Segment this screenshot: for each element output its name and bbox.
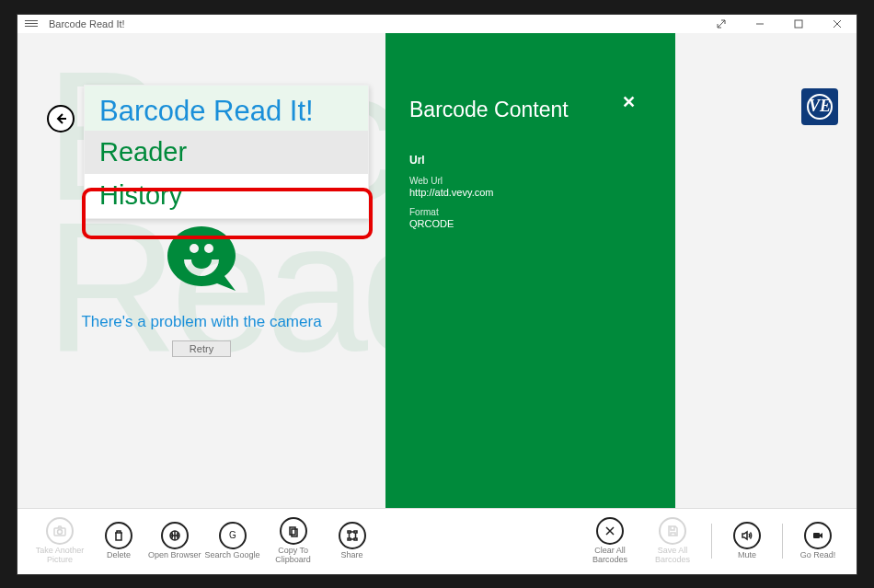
clear-all-label: Clear All Barcodes [581,547,639,565]
retry-button[interactable]: Retry [172,340,231,357]
mute-button[interactable]: Mute [721,522,773,560]
clipboard-icon [287,525,300,537]
window-controls [706,15,853,33]
dropdown-header: Barcode Read It! [85,86,368,131]
svg-rect-0 [795,20,802,28]
menu-item-reader[interactable]: Reader [85,131,368,175]
camera-icon [53,525,66,537]
toolbar-divider-2 [782,524,783,559]
expand-button[interactable] [706,15,737,33]
delete-label: Delete [107,551,131,560]
brand-logo: VE [801,88,838,125]
svg-rect-7 [813,533,820,538]
toolbar-divider [711,524,712,559]
camera-error-block: There's a problem with the camera Retry [17,217,385,357]
web-url-label: Web Url [409,176,628,186]
navigation-dropdown: Barcode Read It! Reader History [84,85,369,220]
barcode-content-panel: ✕ Barcode Content Url Web Url http://atd… [385,33,652,508]
minimize-button[interactable] [744,15,776,33]
save-all-button: Save All Barcodes [643,517,702,565]
svg-rect-6 [292,529,297,536]
side-stripe [652,33,675,508]
bottom-toolbar: Take Another Picture Delete Open Browser… [17,508,857,574]
delete-button[interactable]: Delete [93,522,144,560]
web-url-value: http://atd.vevy.com [409,187,628,198]
camera-error-icon [151,217,252,300]
google-icon: G [226,529,239,542]
titlebar: Barcode Read It! [17,15,857,33]
maximize-button[interactable] [783,15,814,33]
svg-rect-5 [290,527,295,535]
panel-section: Url [409,154,628,167]
app-window: Barcode Read It! Barcod Read It There's … [17,14,857,575]
panel-title: Barcode Content [409,98,628,122]
camera-error-message: There's a problem with the camera [17,313,385,331]
take-picture-label: Take Another Picture [30,547,89,565]
format-value: QRCODE [409,218,628,229]
speaker-icon [741,529,753,542]
share-icon [346,529,359,542]
menu-item-history[interactable]: History [85,174,368,218]
format-label: Format [409,207,628,217]
go-read-button[interactable]: Go Read! [792,522,844,560]
go-read-label: Go Read! [800,551,836,560]
window-title: Barcode Read It! [49,18,706,29]
trash-icon [112,529,125,542]
share-label: Share [341,551,363,560]
svg-point-2 [58,530,63,535]
hamburger-menu-icon[interactable] [21,17,41,30]
video-icon [811,529,824,542]
x-icon [604,525,616,537]
svg-text:G: G [229,530,236,540]
search-google-button[interactable]: G Search Google [205,522,260,560]
back-button[interactable] [47,105,75,133]
mute-label: Mute [738,551,756,560]
take-picture-button: Take Another Picture [30,517,89,565]
open-browser-label: Open Browser [148,551,201,560]
save-all-label: Save All Barcodes [643,547,702,565]
save-icon [666,525,679,537]
brand-logo-text: VE [807,94,833,120]
globe-icon [168,529,181,542]
clear-all-button[interactable]: Clear All Barcodes [581,517,639,565]
copy-clipboard-button[interactable]: Copy To Clipboard [264,517,323,565]
search-google-label: Search Google [205,551,260,560]
close-button[interactable] [822,15,853,33]
open-browser-button[interactable]: Open Browser [148,522,201,560]
copy-clipboard-label: Copy To Clipboard [264,547,323,565]
content-area: Barcod Read It There's a problem with th… [17,33,857,508]
arrow-left-icon [54,112,67,125]
panel-close-button[interactable]: ✕ [622,92,636,112]
share-button[interactable]: Share [327,522,378,560]
